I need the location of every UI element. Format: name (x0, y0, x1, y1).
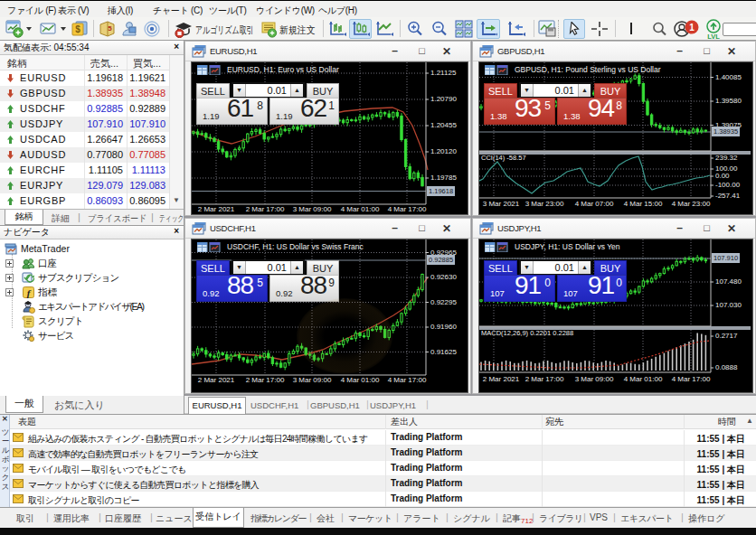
svg-text:5: 5 (108, 24, 112, 33)
svg-text:$: $ (75, 24, 80, 34)
svg-text:1: 1 (689, 23, 695, 33)
svg-text:LVL: LVL (707, 33, 720, 41)
